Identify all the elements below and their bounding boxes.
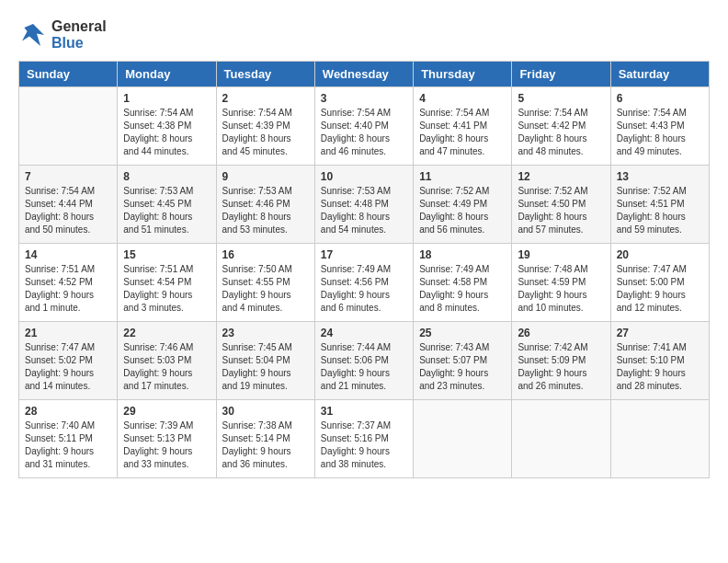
day-detail: Sunrise: 7:52 AMSunset: 4:51 PMDaylight:…: [617, 185, 703, 236]
day-number: 19: [518, 248, 604, 261]
day-number: 26: [518, 327, 604, 339]
calendar-table: SundayMondayTuesdayWednesdayThursdayFrid…: [18, 61, 710, 478]
day-detail: Sunrise: 7:53 AMSunset: 4:48 PMDaylight:…: [321, 185, 407, 236]
day-detail: Sunrise: 7:54 AMSunset: 4:38 PMDaylight:…: [123, 107, 210, 158]
calendar-cell: 26Sunrise: 7:42 AMSunset: 5:09 PMDayligh…: [512, 322, 610, 400]
day-number: 18: [419, 248, 506, 261]
day-number: 20: [617, 248, 703, 261]
day-number: 13: [617, 170, 703, 183]
calendar-cell: 1Sunrise: 7:54 AMSunset: 4:38 PMDaylight…: [118, 87, 216, 166]
day-number: 21: [25, 327, 111, 339]
day-detail: Sunrise: 7:54 AMSunset: 4:40 PMDaylight:…: [321, 107, 407, 158]
calendar-cell: 8Sunrise: 7:53 AMSunset: 4:45 PMDaylight…: [118, 166, 216, 244]
day-detail: Sunrise: 7:42 AMSunset: 5:09 PMDaylight:…: [518, 341, 604, 393]
calendar-cell: 2Sunrise: 7:54 AMSunset: 4:39 PMDaylight…: [216, 87, 314, 166]
day-number: 14: [25, 248, 111, 261]
calendar-cell: 9Sunrise: 7:53 AMSunset: 4:46 PMDaylight…: [216, 166, 314, 244]
day-detail: Sunrise: 7:47 AMSunset: 5:00 PMDaylight:…: [617, 263, 703, 315]
calendar-cell: 29Sunrise: 7:39 AMSunset: 5:13 PMDayligh…: [118, 400, 216, 478]
day-detail: Sunrise: 7:40 AMSunset: 5:11 PMDaylight:…: [25, 419, 111, 471]
logo-text-line1: General: [51, 18, 107, 35]
day-detail: Sunrise: 7:52 AMSunset: 4:50 PMDaylight:…: [518, 185, 604, 236]
day-number: 16: [222, 248, 309, 261]
calendar-cell: 7Sunrise: 7:54 AMSunset: 4:44 PMDaylight…: [19, 166, 118, 244]
calendar-cell: 16Sunrise: 7:50 AMSunset: 4:55 PMDayligh…: [216, 244, 314, 322]
calendar-cell: 3Sunrise: 7:54 AMSunset: 4:40 PMDaylight…: [314, 87, 413, 166]
day-number: 12: [518, 170, 604, 183]
day-number: 17: [321, 248, 407, 261]
weekday-header-saturday: Saturday: [610, 62, 709, 87]
calendar-cell: 19Sunrise: 7:48 AMSunset: 4:59 PMDayligh…: [512, 244, 610, 322]
day-detail: Sunrise: 7:39 AMSunset: 5:13 PMDaylight:…: [123, 419, 210, 471]
day-number: 3: [321, 92, 407, 105]
calendar-week-row: 14Sunrise: 7:51 AMSunset: 4:52 PMDayligh…: [19, 244, 710, 322]
calendar-week-row: 1Sunrise: 7:54 AMSunset: 4:38 PMDaylight…: [19, 87, 710, 166]
day-detail: Sunrise: 7:49 AMSunset: 4:56 PMDaylight:…: [321, 263, 407, 315]
calendar-cell: 27Sunrise: 7:41 AMSunset: 5:10 PMDayligh…: [610, 322, 709, 400]
day-number: 9: [222, 170, 309, 183]
day-number: 15: [123, 248, 210, 261]
day-number: 22: [123, 327, 210, 339]
calendar-cell: 4Sunrise: 7:54 AMSunset: 4:41 PMDaylight…: [414, 87, 512, 166]
weekday-header-tuesday: Tuesday: [216, 62, 314, 87]
calendar-cell: 20Sunrise: 7:47 AMSunset: 5:00 PMDayligh…: [610, 244, 709, 322]
weekday-header-thursday: Thursday: [414, 62, 512, 87]
calendar-cell: 6Sunrise: 7:54 AMSunset: 4:43 PMDaylight…: [610, 87, 709, 166]
day-number: 30: [222, 405, 309, 418]
day-number: 31: [321, 405, 407, 418]
weekday-header-friday: Friday: [512, 62, 610, 87]
calendar-cell: [512, 400, 610, 478]
calendar-cell: 28Sunrise: 7:40 AMSunset: 5:11 PMDayligh…: [19, 400, 118, 478]
weekday-header-wednesday: Wednesday: [314, 62, 413, 87]
svg-marker-0: [22, 24, 44, 46]
day-number: 27: [617, 327, 703, 339]
day-detail: Sunrise: 7:51 AMSunset: 4:54 PMDaylight:…: [123, 263, 210, 315]
calendar-cell: 30Sunrise: 7:38 AMSunset: 5:14 PMDayligh…: [216, 400, 314, 478]
calendar-cell: 15Sunrise: 7:51 AMSunset: 4:54 PMDayligh…: [118, 244, 216, 322]
day-number: 6: [617, 92, 703, 105]
weekday-header-row: SundayMondayTuesdayWednesdayThursdayFrid…: [19, 62, 710, 87]
day-number: 10: [321, 170, 407, 183]
day-detail: Sunrise: 7:54 AMSunset: 4:43 PMDaylight:…: [617, 107, 703, 158]
day-detail: Sunrise: 7:46 AMSunset: 5:03 PMDaylight:…: [123, 341, 210, 393]
day-detail: Sunrise: 7:49 AMSunset: 4:58 PMDaylight:…: [419, 263, 506, 315]
calendar-cell: 11Sunrise: 7:52 AMSunset: 4:49 PMDayligh…: [414, 166, 512, 244]
day-detail: Sunrise: 7:45 AMSunset: 5:04 PMDaylight:…: [222, 341, 309, 393]
logo-text-line2: Blue: [51, 35, 107, 52]
calendar-cell: 24Sunrise: 7:44 AMSunset: 5:06 PMDayligh…: [314, 322, 413, 400]
day-number: 24: [321, 327, 407, 339]
day-number: 1: [123, 92, 210, 105]
calendar-cell: 17Sunrise: 7:49 AMSunset: 4:56 PMDayligh…: [314, 244, 413, 322]
calendar-week-row: 28Sunrise: 7:40 AMSunset: 5:11 PMDayligh…: [19, 400, 710, 478]
day-detail: Sunrise: 7:41 AMSunset: 5:10 PMDaylight:…: [617, 341, 703, 393]
day-detail: Sunrise: 7:53 AMSunset: 4:45 PMDaylight:…: [123, 185, 210, 236]
day-detail: Sunrise: 7:53 AMSunset: 4:46 PMDaylight:…: [222, 185, 309, 236]
calendar-cell: 22Sunrise: 7:46 AMSunset: 5:03 PMDayligh…: [118, 322, 216, 400]
calendar-cell: 21Sunrise: 7:47 AMSunset: 5:02 PMDayligh…: [19, 322, 118, 400]
calendar-cell: [19, 87, 118, 166]
page-header: General Blue: [18, 18, 710, 52]
calendar-cell: 10Sunrise: 7:53 AMSunset: 4:48 PMDayligh…: [314, 166, 413, 244]
day-detail: Sunrise: 7:43 AMSunset: 5:07 PMDaylight:…: [419, 341, 506, 393]
calendar-cell: 14Sunrise: 7:51 AMSunset: 4:52 PMDayligh…: [19, 244, 118, 322]
calendar-cell: 18Sunrise: 7:49 AMSunset: 4:58 PMDayligh…: [414, 244, 512, 322]
day-detail: Sunrise: 7:54 AMSunset: 4:42 PMDaylight:…: [518, 107, 604, 158]
day-number: 8: [123, 170, 210, 183]
day-number: 25: [419, 327, 506, 339]
day-detail: Sunrise: 7:47 AMSunset: 5:02 PMDaylight:…: [25, 341, 111, 393]
calendar-cell: 5Sunrise: 7:54 AMSunset: 4:42 PMDaylight…: [512, 87, 610, 166]
weekday-header-sunday: Sunday: [19, 62, 118, 87]
calendar-cell: [610, 400, 709, 478]
calendar-cell: 25Sunrise: 7:43 AMSunset: 5:07 PMDayligh…: [414, 322, 512, 400]
calendar-cell: 31Sunrise: 7:37 AMSunset: 5:16 PMDayligh…: [314, 400, 413, 478]
day-detail: Sunrise: 7:54 AMSunset: 4:39 PMDaylight:…: [222, 107, 309, 158]
calendar-cell: 13Sunrise: 7:52 AMSunset: 4:51 PMDayligh…: [610, 166, 709, 244]
day-number: 11: [419, 170, 506, 183]
day-number: 28: [25, 405, 111, 418]
day-detail: Sunrise: 7:48 AMSunset: 4:59 PMDaylight:…: [518, 263, 604, 315]
day-detail: Sunrise: 7:44 AMSunset: 5:06 PMDaylight:…: [321, 341, 407, 393]
calendar-week-row: 7Sunrise: 7:54 AMSunset: 4:44 PMDaylight…: [19, 166, 710, 244]
day-detail: Sunrise: 7:51 AMSunset: 4:52 PMDaylight:…: [25, 263, 111, 315]
day-detail: Sunrise: 7:54 AMSunset: 4:44 PMDaylight:…: [25, 185, 111, 236]
day-detail: Sunrise: 7:38 AMSunset: 5:14 PMDaylight:…: [222, 419, 309, 471]
